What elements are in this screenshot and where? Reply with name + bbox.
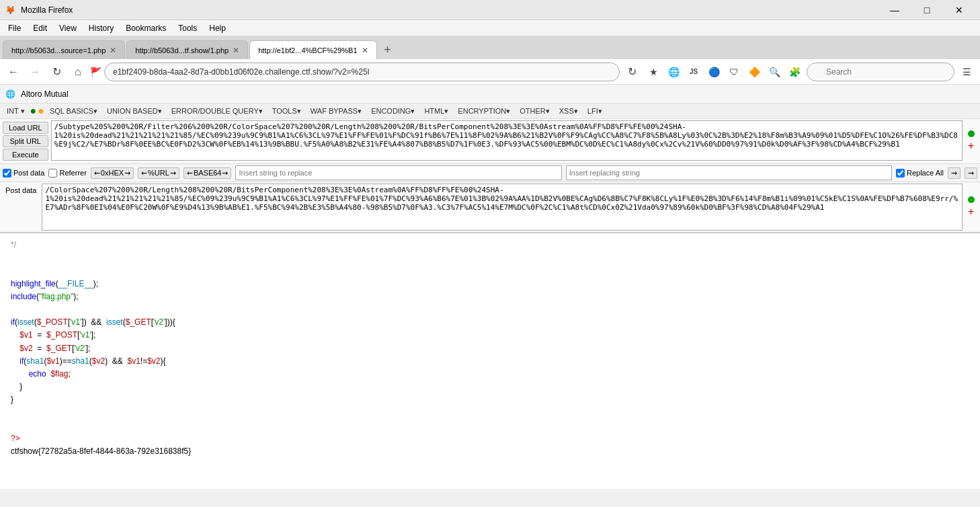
replace-arrow-btn-2[interactable]: ⇝: [965, 167, 977, 179]
tab-1[interactable]: http://b5063d...source=1.php ✕: [3, 40, 125, 59]
menu-help[interactable]: Help: [204, 22, 231, 34]
replace-arrow-btn[interactable]: ⇝: [948, 167, 961, 179]
hackbar-encoding[interactable]: ENCODING▾: [367, 106, 419, 117]
maximize-button[interactable]: □: [911, 0, 942, 20]
hackbar-html[interactable]: HTML▾: [420, 106, 452, 117]
code-line-empty-4: [11, 406, 969, 419]
minimize-button[interactable]: —: [879, 0, 910, 20]
forward-button[interactable]: →: [26, 63, 44, 81]
post-data-label-left: Post data: [3, 184, 39, 231]
back-button[interactable]: ←: [4, 63, 23, 81]
globe-icon[interactable]: 🌐: [664, 63, 683, 81]
split-url-button[interactable]: Split URL: [3, 135, 48, 147]
extension-icon-1[interactable]: 🔵: [704, 63, 723, 81]
extension-icon-3[interactable]: 🧩: [785, 63, 804, 81]
referrer-checkbox[interactable]: [48, 169, 57, 178]
hackbar: INT ▾ ● ● SQL BASICS▾ UNION BASED▾ ERROR…: [0, 104, 980, 233]
hackbar-other[interactable]: OTHER▾: [516, 106, 554, 117]
hackbar-post-row: Post data /ColorSpace%207%200%20R/Length…: [0, 182, 980, 232]
replace-all-label[interactable]: Replace All: [896, 169, 944, 178]
hackbar-waf[interactable]: WAF BYPASS▾: [307, 106, 366, 117]
title-bar: 🦊 Mozilla Firefox — □ ✕: [0, 0, 980, 20]
tab-3[interactable]: http://e1bf2...4%BCF%29%B1 ✕: [249, 40, 376, 59]
green-dot-2: [968, 196, 975, 203]
hackbar-int[interactable]: INT ▾: [3, 106, 29, 117]
tab-2-close[interactable]: ✕: [233, 46, 239, 55]
menu-icon[interactable]: ☰: [957, 63, 976, 81]
code-line-v2: $v2 = $_GET['v2'];: [11, 342, 969, 355]
post-data-checkbox-label[interactable]: Post data: [3, 169, 44, 178]
tab-2-label: http://b5063d...tf.show/1.php: [135, 46, 229, 54]
address-bar: ← → ↻ ⌂ 🚩 ↻ ★ 🌐 JS 🔵 🛡 🔶 🔍 🧩 🔍 ☰: [0, 59, 980, 85]
url-encode-left[interactable]: ⇜%URL⇝: [138, 167, 179, 179]
referrer-label: Referrer: [59, 169, 86, 177]
menu-edit[interactable]: Edit: [28, 22, 52, 34]
replace-all-checkbox[interactable]: [896, 169, 905, 178]
code-line-sha1: if(sha1($v1)==sha1($v2) && $v1!=$v2){: [11, 355, 969, 368]
menu-tools[interactable]: Tools: [173, 22, 202, 34]
code-line-close-if: }: [11, 381, 969, 393]
bookmark-icon[interactable]: ★: [644, 63, 663, 81]
base64-left[interactable]: ⇜BASE64⇝: [183, 167, 232, 179]
js-icon[interactable]: JS: [684, 63, 703, 81]
code-line-comment: */: [11, 239, 969, 251]
hackbar-side-icons: +: [965, 120, 977, 162]
hackbar-xss[interactable]: XSS▾: [555, 106, 582, 117]
post-data-checkbox[interactable]: [3, 169, 11, 178]
execute-button[interactable]: Execute: [3, 149, 48, 161]
hackbar-sql[interactable]: SQL BASICS▾: [46, 106, 101, 117]
tab-1-close[interactable]: ✕: [110, 46, 116, 55]
url-input[interactable]: [104, 63, 620, 81]
hackbar-encryption[interactable]: ENCRYPTION▾: [454, 106, 514, 117]
tab-bar: http://b5063d...source=1.php ✕ http://b5…: [0, 36, 980, 59]
title-bar-controls: — □ ✕: [879, 0, 975, 20]
home-button[interactable]: ⌂: [69, 63, 87, 81]
hackbar-action-buttons: Load URL Split URL Execute: [3, 120, 48, 162]
insert-string-input[interactable]: [235, 165, 561, 180]
hackbar-dot-2: ●: [38, 105, 44, 117]
magnify-icon[interactable]: 🔍: [765, 63, 784, 81]
menu-history[interactable]: History: [83, 22, 119, 34]
hackbar-options-row: Post data Referrer ⇜0xHEX⇝ ⇜%URL⇝ ⇜BASE6…: [0, 163, 980, 182]
red-plus-icon[interactable]: +: [968, 140, 975, 152]
load-url-button[interactable]: Load URL: [3, 122, 48, 134]
title-bar-left: 🦊 Mozilla Firefox: [5, 5, 73, 15]
code-line-highlight: highlight_file(__FILE__);: [11, 278, 969, 290]
menu-view[interactable]: View: [54, 22, 82, 34]
code-line-echo: echo $flag;: [11, 368, 969, 381]
close-button[interactable]: ✕: [944, 0, 975, 20]
hackbar-post-textarea[interactable]: /ColorSpace%207%200%20R/Length%208%200%2…: [42, 184, 963, 231]
red-plus-icon-2[interactable]: +: [968, 206, 975, 218]
insert-replacing-input[interactable]: [566, 165, 892, 180]
refresh-icon[interactable]: ↻: [622, 63, 641, 81]
tab-2[interactable]: http://b5063d...tf.show/1.php ✕: [126, 40, 248, 59]
search-wrapper: 🔍: [807, 63, 954, 81]
window-title: Mozilla Firefox: [21, 5, 73, 15]
post-data-label: Post data: [13, 169, 44, 177]
extension-icon-2[interactable]: 🔶: [745, 63, 764, 81]
green-dot-1: [968, 130, 975, 137]
code-line-include: include("flag.php");: [11, 290, 969, 303]
tab-3-close[interactable]: ✕: [362, 46, 368, 55]
hackbar-error[interactable]: ERROR/DOUBLE QUERY▾: [167, 106, 267, 117]
hackbar-union[interactable]: UNION BASED▾: [103, 106, 166, 117]
hackbar-menu-row: INT ▾ ● ● SQL BASICS▾ UNION BASED▾ ERROR…: [0, 104, 980, 119]
menu-file[interactable]: File: [3, 22, 26, 34]
favicon: 🚩: [90, 67, 101, 77]
altoro-icon: 🌐: [5, 89, 15, 99]
code-line-if: if(isset($_POST['v1']) && isset($_GET['v…: [11, 316, 969, 329]
menu-bar: File Edit View History Bookmarks Tools H…: [0, 20, 980, 36]
code-line-flag: ctfshow{72782a5a-8fef-4844-863a-792e3168…: [11, 445, 969, 458]
tab-3-label: http://e1bf2...4%BCF%29%B1: [258, 46, 357, 54]
reload-button[interactable]: ↻: [47, 63, 66, 81]
hex-encode-left[interactable]: ⇜0xHEX⇝: [91, 167, 134, 179]
search-input[interactable]: [807, 63, 954, 81]
hackbar-url-textarea[interactable]: /Subtype%205%200%20R/Filter%206%200%20R/…: [51, 120, 963, 161]
new-tab-button[interactable]: +: [378, 40, 397, 59]
code-line-php-close: ?>: [11, 432, 969, 445]
hackbar-lfi[interactable]: LFI▾: [583, 106, 606, 117]
referrer-checkbox-label[interactable]: Referrer: [48, 169, 86, 178]
menu-bookmarks[interactable]: Bookmarks: [120, 22, 171, 34]
shield-icon[interactable]: 🛡: [725, 63, 743, 81]
hackbar-tools[interactable]: TOOLS▾: [268, 106, 305, 117]
